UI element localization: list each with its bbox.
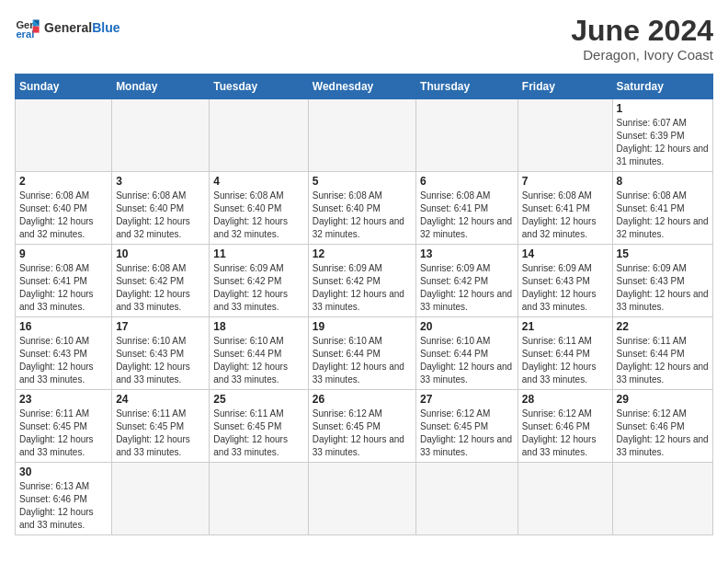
page-header: Gen eral GeneralBlue June 2024 Deragon, …: [15, 15, 713, 63]
day-info: Sunrise: 6:08 AM Sunset: 6:41 PM Dayligh…: [617, 190, 709, 241]
day-info: Sunrise: 6:08 AM Sunset: 6:40 PM Dayligh…: [116, 190, 205, 241]
day-number: 30: [19, 465, 108, 478]
calendar-cell: 25Sunrise: 6:11 AM Sunset: 6:45 PM Dayli…: [210, 390, 308, 463]
calendar-cell: [308, 99, 415, 172]
calendar-cell: [518, 463, 612, 535]
day-number: 14: [522, 247, 609, 260]
day-info: Sunrise: 6:13 AM Sunset: 6:46 PM Dayligh…: [19, 480, 108, 532]
calendar-cell: 22Sunrise: 6:11 AM Sunset: 6:44 PM Dayli…: [612, 317, 712, 390]
calendar-cell: 29Sunrise: 6:12 AM Sunset: 6:46 PM Dayli…: [612, 390, 712, 463]
calendar-title: June 2024: [571, 15, 713, 47]
day-info: Sunrise: 6:10 AM Sunset: 6:44 PM Dayligh…: [313, 335, 412, 386]
day-info: Sunrise: 6:08 AM Sunset: 6:40 PM Dayligh…: [19, 190, 108, 241]
day-number: 15: [617, 247, 709, 260]
day-info: Sunrise: 6:10 AM Sunset: 6:43 PM Dayligh…: [19, 335, 108, 386]
col-header-saturday: Saturday: [612, 75, 712, 99]
calendar-cell: 18Sunrise: 6:10 AM Sunset: 6:44 PM Dayli…: [210, 317, 308, 390]
day-info: Sunrise: 6:11 AM Sunset: 6:45 PM Dayligh…: [19, 408, 108, 459]
day-number: 16: [19, 320, 108, 333]
header-row: SundayMondayTuesdayWednesdayThursdayFrid…: [16, 75, 713, 99]
day-number: 6: [420, 175, 514, 188]
day-number: 12: [313, 247, 412, 260]
day-number: 3: [116, 175, 205, 188]
day-info: Sunrise: 6:10 AM Sunset: 6:43 PM Dayligh…: [116, 335, 205, 386]
calendar-table: SundayMondayTuesdayWednesdayThursdayFrid…: [15, 74, 713, 535]
week-row-2: 2Sunrise: 6:08 AM Sunset: 6:40 PM Daylig…: [16, 172, 713, 245]
calendar-cell: 17Sunrise: 6:10 AM Sunset: 6:43 PM Dayli…: [112, 317, 210, 390]
day-info: Sunrise: 6:10 AM Sunset: 6:44 PM Dayligh…: [213, 335, 303, 386]
calendar-cell: 6Sunrise: 6:08 AM Sunset: 6:41 PM Daylig…: [416, 172, 518, 245]
calendar-cell: 9Sunrise: 6:08 AM Sunset: 6:41 PM Daylig…: [16, 245, 112, 317]
day-number: 27: [420, 393, 514, 406]
day-info: Sunrise: 6:11 AM Sunset: 6:44 PM Dayligh…: [522, 335, 609, 386]
day-number: 18: [213, 320, 303, 333]
calendar-cell: 10Sunrise: 6:08 AM Sunset: 6:42 PM Dayli…: [112, 245, 210, 317]
day-info: Sunrise: 6:08 AM Sunset: 6:42 PM Dayligh…: [116, 262, 205, 314]
day-info: Sunrise: 6:11 AM Sunset: 6:45 PM Dayligh…: [213, 408, 303, 459]
calendar-cell: 4Sunrise: 6:08 AM Sunset: 6:40 PM Daylig…: [210, 172, 308, 245]
day-number: 19: [313, 320, 412, 333]
calendar-cell: 11Sunrise: 6:09 AM Sunset: 6:42 PM Dayli…: [210, 245, 308, 317]
calendar-cell: [612, 463, 712, 535]
calendar-cell: 23Sunrise: 6:11 AM Sunset: 6:45 PM Dayli…: [16, 390, 112, 463]
day-info: Sunrise: 6:09 AM Sunset: 6:42 PM Dayligh…: [313, 262, 412, 314]
calendar-cell: [210, 99, 308, 172]
col-header-tuesday: Tuesday: [210, 75, 308, 99]
day-info: Sunrise: 6:09 AM Sunset: 6:43 PM Dayligh…: [522, 262, 609, 314]
calendar-cell: 28Sunrise: 6:12 AM Sunset: 6:46 PM Dayli…: [518, 390, 612, 463]
calendar-cell: 2Sunrise: 6:08 AM Sunset: 6:40 PM Daylig…: [16, 172, 112, 245]
calendar-cell: [308, 463, 415, 535]
day-number: 10: [116, 247, 205, 260]
day-number: 7: [522, 175, 609, 188]
calendar-cell: [210, 463, 308, 535]
day-info: Sunrise: 6:08 AM Sunset: 6:41 PM Dayligh…: [19, 262, 108, 314]
title-area: June 2024 Deragon, Ivory Coast: [571, 15, 713, 63]
day-number: 17: [116, 320, 205, 333]
day-number: 29: [617, 393, 709, 406]
day-number: 20: [420, 320, 514, 333]
day-info: Sunrise: 6:09 AM Sunset: 6:42 PM Dayligh…: [420, 262, 514, 314]
day-info: Sunrise: 6:08 AM Sunset: 6:41 PM Dayligh…: [522, 190, 609, 241]
calendar-cell: 14Sunrise: 6:09 AM Sunset: 6:43 PM Dayli…: [518, 245, 612, 317]
day-number: 4: [213, 175, 303, 188]
svg-text:eral: eral: [16, 29, 34, 40]
day-info: Sunrise: 6:07 AM Sunset: 6:39 PM Dayligh…: [617, 117, 709, 168]
day-number: 5: [313, 175, 412, 188]
calendar-cell: [416, 463, 518, 535]
calendar-cell: [112, 99, 210, 172]
svg-rect-4: [33, 27, 40, 33]
calendar-cell: 8Sunrise: 6:08 AM Sunset: 6:41 PM Daylig…: [612, 172, 712, 245]
day-info: Sunrise: 6:11 AM Sunset: 6:44 PM Dayligh…: [617, 335, 709, 386]
week-row-1: 1Sunrise: 6:07 AM Sunset: 6:39 PM Daylig…: [16, 99, 713, 172]
day-number: 11: [213, 247, 303, 260]
calendar-cell: 26Sunrise: 6:12 AM Sunset: 6:45 PM Dayli…: [308, 390, 415, 463]
day-number: 13: [420, 247, 514, 260]
calendar-cell: 5Sunrise: 6:08 AM Sunset: 6:40 PM Daylig…: [308, 172, 415, 245]
day-info: Sunrise: 6:11 AM Sunset: 6:45 PM Dayligh…: [116, 408, 205, 459]
day-number: 9: [19, 247, 108, 260]
day-info: Sunrise: 6:12 AM Sunset: 6:45 PM Dayligh…: [420, 408, 514, 459]
day-info: Sunrise: 6:09 AM Sunset: 6:42 PM Dayligh…: [213, 262, 303, 314]
day-number: 23: [19, 393, 108, 406]
logo: Gen eral GeneralBlue: [15, 15, 119, 40]
calendar-cell: 30Sunrise: 6:13 AM Sunset: 6:46 PM Dayli…: [16, 463, 112, 535]
calendar-cell: 24Sunrise: 6:11 AM Sunset: 6:45 PM Dayli…: [112, 390, 210, 463]
col-header-sunday: Sunday: [16, 75, 112, 99]
day-number: 2: [19, 175, 108, 188]
col-header-friday: Friday: [518, 75, 612, 99]
calendar-cell: 13Sunrise: 6:09 AM Sunset: 6:42 PM Dayli…: [416, 245, 518, 317]
week-row-4: 16Sunrise: 6:10 AM Sunset: 6:43 PM Dayli…: [16, 317, 713, 390]
calendar-cell: [518, 99, 612, 172]
col-header-wednesday: Wednesday: [308, 75, 415, 99]
calendar-cell: [112, 463, 210, 535]
col-header-thursday: Thursday: [416, 75, 518, 99]
day-info: Sunrise: 6:08 AM Sunset: 6:40 PM Dayligh…: [213, 190, 303, 241]
calendar-cell: 7Sunrise: 6:08 AM Sunset: 6:41 PM Daylig…: [518, 172, 612, 245]
day-number: 8: [617, 175, 709, 188]
day-info: Sunrise: 6:12 AM Sunset: 6:46 PM Dayligh…: [617, 408, 709, 459]
calendar-cell: [416, 99, 518, 172]
calendar-cell: 27Sunrise: 6:12 AM Sunset: 6:45 PM Dayli…: [416, 390, 518, 463]
week-row-3: 9Sunrise: 6:08 AM Sunset: 6:41 PM Daylig…: [16, 245, 713, 317]
day-number: 28: [522, 393, 609, 406]
logo-general: General: [44, 20, 92, 35]
